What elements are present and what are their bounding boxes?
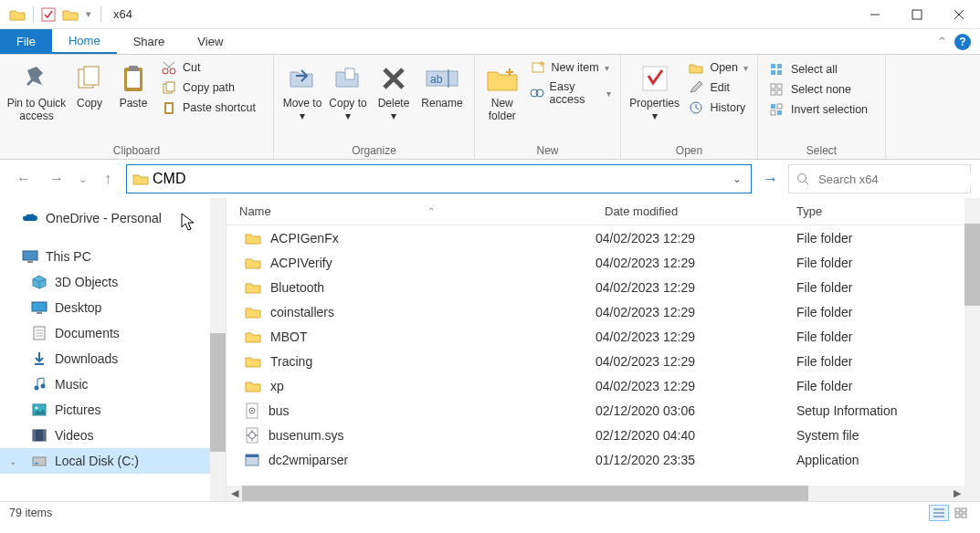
close-button[interactable] [938,0,980,29]
svg-point-26 [536,89,543,97]
svg-text:ab: ab [430,73,443,86]
nav-local-disk[interactable]: ⌄Local Disk (C:) [0,448,226,474]
qat-overflow[interactable]: ▾ [82,5,95,25]
file-type: File folder [784,329,980,344]
file-row[interactable]: dc2wmiparser01/12/2020 23:35Application [227,447,980,472]
file-date: 02/12/2020 03:06 [592,403,784,418]
navigation-pane[interactable]: OneDrive - Personal This PC 3D Objects D… [0,198,227,501]
pin-to-quick-access-button[interactable]: Pin to Quick access [5,57,68,122]
tab-view[interactable]: View [181,29,239,54]
svg-rect-38 [777,104,782,109]
move-label: Move to ▾ [279,97,325,122]
file-row[interactable]: MBOT04/02/2023 12:29File folder [227,324,980,349]
go-button[interactable]: → [755,164,785,193]
new-folder-button[interactable]: New folder [480,57,524,122]
file-row[interactable]: ACPIGenFx04/02/2023 12:29File folder [227,225,980,250]
search-input[interactable] [818,172,972,186]
nav-desktop[interactable]: Desktop [0,295,226,320]
minimize-button[interactable] [854,0,896,29]
svg-point-63 [251,410,253,412]
chevron-icon[interactable]: ⌄ [9,456,16,466]
column-date[interactable]: Date modified [592,204,784,218]
disk-icon [31,454,47,468]
scroll-right[interactable]: ▶ [949,487,964,499]
history-button[interactable]: History [688,100,748,115]
nav-documents[interactable]: Documents [0,320,226,346]
file-name: bus [269,403,290,418]
rename-button[interactable]: ab Rename [416,57,468,110]
tab-share[interactable]: Share [117,29,182,54]
delete-button[interactable]: Delete▾ [371,57,416,122]
file-row[interactable]: xp04/02/2023 12:29File folder [227,373,980,398]
qat-dropdown[interactable] [60,5,80,25]
edit-button[interactable]: Edit [688,80,748,95]
file-row[interactable]: bus02/12/2020 03:06Setup Information [227,398,980,423]
paste-button[interactable]: Paste [111,57,155,110]
ribbon-collapse-icon[interactable]: ⌃ [937,35,947,48]
back-button[interactable]: ← [9,164,38,193]
invert-icon [769,102,785,117]
scroll-left[interactable]: ◀ [227,487,242,499]
details-view-button[interactable] [929,505,949,521]
recent-dropdown[interactable]: ⌄ [75,164,90,193]
nav-3d-objects[interactable]: 3D Objects [0,269,226,295]
easy-access-button[interactable]: Easy access ▾ [530,80,611,106]
search-box[interactable] [788,164,971,193]
file-row[interactable]: coinstallers04/02/2023 12:29File folder [227,299,980,324]
nav-music[interactable]: Music [0,371,226,397]
open-button[interactable]: Open ▾ [688,60,748,75]
column-name[interactable]: Name⌃ [227,204,592,218]
file-row[interactable]: Tracing04/02/2023 12:29File folder [227,349,980,373]
thumbnails-view-button[interactable] [951,505,971,521]
svg-rect-37 [771,104,775,109]
select-all-button[interactable]: Select all [769,62,868,77]
address-dropdown[interactable]: ⌄ [729,172,745,185]
scrollbar-thumb[interactable] [242,486,808,501]
up-button[interactable]: ↑ [93,164,122,193]
file-row[interactable]: busenum.sys02/12/2020 04:40System file [227,423,980,447]
address-input[interactable] [149,171,729,187]
nav-downloads[interactable]: Downloads [0,346,226,371]
file-type: File folder [784,379,980,393]
pc-icon [22,249,38,264]
invert-selection-button[interactable]: Invert selection [769,102,868,117]
svg-rect-39 [771,110,775,115]
file-row[interactable]: ACPIVerify04/02/2023 12:29File folder [227,250,980,275]
scrollbar-thumb[interactable] [964,224,980,306]
tab-home[interactable]: Home [52,29,117,54]
file-row[interactable]: Bluetooth04/02/2023 12:29File folder [227,275,980,299]
titlebar: ▾ x64 [0,0,980,29]
move-to-button[interactable]: Move to ▾ [279,57,325,122]
nav-scrollbar-thumb[interactable] [210,333,226,452]
nav-videos[interactable]: Videos [0,423,226,448]
address-bar[interactable]: ⌄ [126,164,752,193]
copy-button[interactable]: Copy [68,57,111,110]
column-type[interactable]: Type [784,204,980,218]
file-scrollbar-vertical[interactable] [964,198,980,501]
nav-this-pc[interactable]: This PC [0,244,226,269]
svg-rect-46 [37,312,42,314]
svg-rect-71 [955,508,960,512]
properties-icon[interactable] [38,5,58,25]
svg-rect-17 [166,104,172,112]
maximize-button[interactable] [896,0,938,29]
tab-file[interactable]: File [0,29,52,54]
properties-button[interactable]: Properties▾ [627,57,682,122]
paste-shortcut-button[interactable]: Paste shortcut [161,100,256,115]
file-name: ACPIGenFx [270,231,339,246]
nav-onedrive[interactable]: OneDrive - Personal [0,205,226,231]
copy-to-button[interactable]: Copy to ▾ [325,57,371,122]
new-item-button[interactable]: New item ▾ [530,60,611,75]
nav-pictures[interactable]: Pictures [0,397,226,423]
file-name: Tracing [270,354,312,369]
cut-button[interactable]: Cut [161,60,256,75]
delete-label: Delete▾ [371,97,416,122]
forward-button[interactable]: → [42,164,71,193]
file-scrollbar-horizontal[interactable]: ◀▶ [227,486,964,501]
select-none-button[interactable]: Select none [769,82,868,97]
help-icon[interactable]: ? [954,34,971,50]
folder-icon [132,172,149,185]
file-date: 04/02/2023 12:29 [592,379,784,393]
new-item-icon [530,60,546,75]
copy-path-button[interactable]: Copy path [161,80,256,95]
